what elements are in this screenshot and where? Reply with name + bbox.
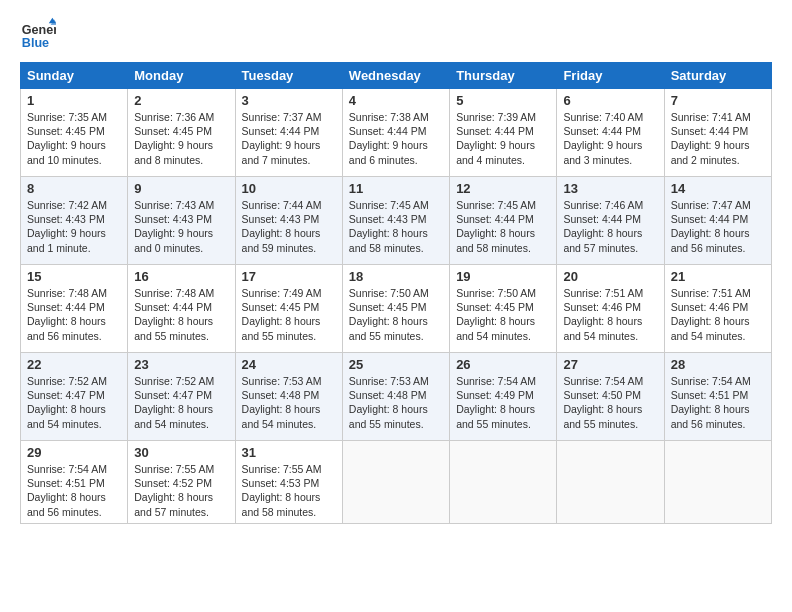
day-info-line: Sunset: 4:43 PM: [134, 212, 228, 226]
day-info-line: Sunrise: 7:48 AM: [134, 286, 228, 300]
day-info-line: and 2 minutes.: [671, 153, 765, 167]
day-info-line: Daylight: 8 hours: [134, 314, 228, 328]
logo-icon: General Blue: [20, 16, 56, 52]
day-number: 26: [456, 357, 550, 372]
calendar-cell: 23Sunrise: 7:52 AMSunset: 4:47 PMDayligh…: [128, 353, 235, 441]
day-info-line: and 55 minutes.: [563, 417, 657, 431]
day-number: 19: [456, 269, 550, 284]
day-info-line: Sunset: 4:49 PM: [456, 388, 550, 402]
day-info-line: and 56 minutes.: [27, 505, 121, 519]
calendar-cell: 13Sunrise: 7:46 AMSunset: 4:44 PMDayligh…: [557, 177, 664, 265]
calendar-cell: 25Sunrise: 7:53 AMSunset: 4:48 PMDayligh…: [342, 353, 449, 441]
day-info-line: Daylight: 8 hours: [456, 402, 550, 416]
day-info-line: and 59 minutes.: [242, 241, 336, 255]
day-info-line: Daylight: 9 hours: [563, 138, 657, 152]
day-info-line: Daylight: 8 hours: [27, 490, 121, 504]
day-info-line: Sunset: 4:44 PM: [134, 300, 228, 314]
calendar-cell: 17Sunrise: 7:49 AMSunset: 4:45 PMDayligh…: [235, 265, 342, 353]
day-number: 8: [27, 181, 121, 196]
day-number: 23: [134, 357, 228, 372]
day-info-line: Sunrise: 7:54 AM: [671, 374, 765, 388]
day-info-line: Sunset: 4:44 PM: [563, 124, 657, 138]
day-number: 15: [27, 269, 121, 284]
day-info-line: Sunrise: 7:52 AM: [134, 374, 228, 388]
day-info-line: Sunrise: 7:53 AM: [242, 374, 336, 388]
day-info-line: Sunset: 4:51 PM: [27, 476, 121, 490]
header-sunday: Sunday: [21, 63, 128, 89]
day-number: 14: [671, 181, 765, 196]
header-friday: Friday: [557, 63, 664, 89]
calendar-cell: 18Sunrise: 7:50 AMSunset: 4:45 PMDayligh…: [342, 265, 449, 353]
day-info-line: Sunset: 4:44 PM: [27, 300, 121, 314]
day-number: 24: [242, 357, 336, 372]
day-info-line: Sunset: 4:51 PM: [671, 388, 765, 402]
day-info-line: Daylight: 8 hours: [349, 226, 443, 240]
day-info-line: Sunrise: 7:47 AM: [671, 198, 765, 212]
day-info-line: Daylight: 8 hours: [563, 402, 657, 416]
day-number: 21: [671, 269, 765, 284]
day-info-line: and 10 minutes.: [27, 153, 121, 167]
day-number: 18: [349, 269, 443, 284]
day-number: 17: [242, 269, 336, 284]
day-info-line: Sunset: 4:46 PM: [563, 300, 657, 314]
calendar-cell: [664, 441, 771, 524]
header-thursday: Thursday: [450, 63, 557, 89]
day-info-line: Daylight: 8 hours: [671, 402, 765, 416]
calendar-cell: 24Sunrise: 7:53 AMSunset: 4:48 PMDayligh…: [235, 353, 342, 441]
calendar-cell: [342, 441, 449, 524]
header-wednesday: Wednesday: [342, 63, 449, 89]
day-number: 31: [242, 445, 336, 460]
calendar-cell: 30Sunrise: 7:55 AMSunset: 4:52 PMDayligh…: [128, 441, 235, 524]
day-info-line: Daylight: 8 hours: [134, 402, 228, 416]
day-number: 25: [349, 357, 443, 372]
day-info-line: Sunset: 4:48 PM: [349, 388, 443, 402]
day-number: 6: [563, 93, 657, 108]
day-info-line: Sunset: 4:52 PM: [134, 476, 228, 490]
day-number: 3: [242, 93, 336, 108]
day-info-line: Daylight: 8 hours: [349, 402, 443, 416]
day-info-line: and 54 minutes.: [563, 329, 657, 343]
day-info-line: Daylight: 9 hours: [456, 138, 550, 152]
day-number: 11: [349, 181, 443, 196]
day-number: 13: [563, 181, 657, 196]
day-info-line: Sunrise: 7:40 AM: [563, 110, 657, 124]
calendar-cell: [557, 441, 664, 524]
day-number: 7: [671, 93, 765, 108]
day-info-line: Sunrise: 7:48 AM: [27, 286, 121, 300]
day-info-line: and 55 minutes.: [456, 417, 550, 431]
day-info-line: Sunset: 4:50 PM: [563, 388, 657, 402]
day-info-line: and 58 minutes.: [242, 505, 336, 519]
day-info-line: Sunrise: 7:44 AM: [242, 198, 336, 212]
header-monday: Monday: [128, 63, 235, 89]
day-info-line: Sunrise: 7:35 AM: [27, 110, 121, 124]
day-info-line: Sunset: 4:44 PM: [671, 124, 765, 138]
day-info-line: Sunset: 4:45 PM: [349, 300, 443, 314]
day-info-line: Sunset: 4:44 PM: [456, 124, 550, 138]
calendar-cell: 29Sunrise: 7:54 AMSunset: 4:51 PMDayligh…: [21, 441, 128, 524]
day-info-line: and 0 minutes.: [134, 241, 228, 255]
day-info-line: Sunset: 4:44 PM: [349, 124, 443, 138]
day-info-line: Daylight: 9 hours: [27, 138, 121, 152]
day-number: 5: [456, 93, 550, 108]
calendar-cell: 7Sunrise: 7:41 AMSunset: 4:44 PMDaylight…: [664, 89, 771, 177]
day-info-line: Daylight: 8 hours: [134, 490, 228, 504]
day-info-line: Sunrise: 7:39 AM: [456, 110, 550, 124]
day-info-line: Sunset: 4:44 PM: [563, 212, 657, 226]
day-info-line: and 55 minutes.: [349, 417, 443, 431]
day-number: 2: [134, 93, 228, 108]
calendar-cell: 14Sunrise: 7:47 AMSunset: 4:44 PMDayligh…: [664, 177, 771, 265]
day-info-line: Sunrise: 7:53 AM: [349, 374, 443, 388]
day-info-line: Sunset: 4:44 PM: [242, 124, 336, 138]
day-info-line: Daylight: 9 hours: [349, 138, 443, 152]
day-number: 9: [134, 181, 228, 196]
calendar-cell: 5Sunrise: 7:39 AMSunset: 4:44 PMDaylight…: [450, 89, 557, 177]
day-info-line: and 57 minutes.: [563, 241, 657, 255]
calendar-cell: 28Sunrise: 7:54 AMSunset: 4:51 PMDayligh…: [664, 353, 771, 441]
calendar-cell: 1Sunrise: 7:35 AMSunset: 4:45 PMDaylight…: [21, 89, 128, 177]
calendar-cell: 6Sunrise: 7:40 AMSunset: 4:44 PMDaylight…: [557, 89, 664, 177]
day-info-line: Daylight: 8 hours: [242, 226, 336, 240]
day-info-line: Sunrise: 7:45 AM: [349, 198, 443, 212]
day-info-line: Daylight: 8 hours: [242, 490, 336, 504]
day-info-line: and 8 minutes.: [134, 153, 228, 167]
day-info-line: Daylight: 8 hours: [563, 314, 657, 328]
